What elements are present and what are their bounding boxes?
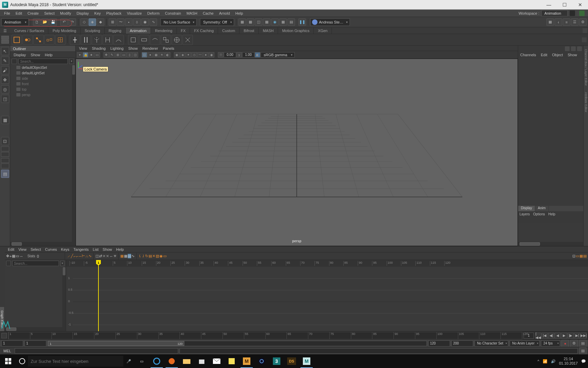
ge-search-options-icon[interactable]: ▾ (60, 261, 64, 266)
range-start-input[interactable]: 1 (1, 340, 23, 347)
ge-isolate-icon[interactable]: ◉ (159, 254, 163, 258)
cb-icon-3[interactable] (577, 46, 582, 51)
ge-tan-spline-icon[interactable]: ⟋ (67, 254, 71, 258)
menu-constrain[interactable]: Constrain (162, 11, 184, 16)
vp-motion-blur-icon[interactable]: 〰 (197, 52, 203, 58)
rotate-tool[interactable]: ◎ (1, 85, 9, 93)
range-thumb[interactable]: 1 120 (48, 341, 184, 346)
ge-tan-stepped-icon[interactable]: ⌐ (76, 254, 78, 258)
cb-icon-1[interactable] (565, 46, 570, 51)
undo-icon[interactable]: ↶ (60, 18, 68, 26)
ge-region-icon[interactable]: ▭ (16, 254, 19, 258)
symmetry-selector[interactable]: Symmetry: Off (200, 18, 234, 26)
menu-deform[interactable]: Deform (144, 11, 162, 16)
vp-color-mgmt-icon[interactable]: ◧ (255, 52, 260, 58)
range-inner-start-input[interactable]: 1 (25, 340, 46, 347)
render-frame-icon[interactable]: ▦ (238, 18, 246, 26)
paint-tool[interactable]: 🖌 (1, 66, 9, 74)
layout-single-icon[interactable] (1, 147, 9, 151)
ge-stats-input[interactable]: 0 (37, 254, 39, 258)
shelf-item-constrain2[interactable] (139, 35, 149, 45)
shelf-edit-icon[interactable] (1, 36, 9, 40)
ge-move-key-icon[interactable]: ✥ (6, 254, 9, 258)
account-menu[interactable]: Andreas Ste… (310, 18, 350, 26)
layout-two-icon[interactable] (1, 152, 9, 157)
tray-clock[interactable]: 21:14 01.10.2017 (559, 357, 578, 366)
outliner-search-input[interactable] (18, 59, 68, 64)
vp-xray-icon[interactable]: ◈ (180, 52, 185, 58)
vp-isolate-icon[interactable]: ◉ (174, 52, 180, 58)
ge-menu-tangents[interactable]: Tangents (72, 247, 91, 252)
prefs-icon[interactable]: ⚙ (570, 340, 578, 347)
shelf-item-ik4[interactable] (103, 35, 113, 45)
frame-all-icon[interactable]: ⊡ (1, 137, 9, 145)
ge-retime-icon[interactable]: ↔ (19, 254, 23, 258)
step-back-key-icon[interactable]: |◀ (542, 333, 548, 339)
ge-tan-flat-icon[interactable]: ─ (79, 254, 81, 258)
shelf-item-setkey[interactable] (12, 35, 22, 45)
range-track[interactable]: 1 120 (48, 341, 427, 346)
ge-tan-clamped-icon[interactable]: ⌐ (74, 254, 76, 258)
ge-tmpl-icon[interactable]: ▧ (156, 254, 159, 258)
ge-break-icon[interactable]: ⤫ (103, 254, 106, 258)
ge-menu-keys[interactable]: Keys (59, 247, 71, 252)
shelf-tab-fx[interactable]: FX (177, 28, 190, 34)
outliner-tree[interactable]: defaultObjectSetdefaultLightSetsidefront… (10, 65, 75, 242)
ge-bake-icon[interactable]: ▤ (149, 254, 152, 258)
ge-buffer-icon[interactable]: ◫ (95, 254, 99, 258)
ge-menu-select[interactable]: Select (29, 247, 43, 252)
shelf-tab-mash[interactable]: MASH (259, 28, 278, 34)
ge-menu-list[interactable]: List (91, 247, 100, 252)
viewport-menu-panels[interactable]: Panels (161, 46, 176, 50)
select-by-hierarchy-icon[interactable]: ◆ (97, 18, 104, 26)
snap-curve-icon[interactable]: 〜 (117, 18, 124, 26)
workspace-selector[interactable]: Animation (541, 10, 568, 16)
vp-resgate-icon[interactable]: ▯ (127, 52, 132, 58)
layer-menu-options[interactable]: Options (533, 212, 545, 216)
select-by-component-icon[interactable]: ◈ (89, 18, 96, 26)
ge-pre-inf-icon[interactable]: ⤹ (138, 254, 141, 258)
viewport-menu-renderer[interactable]: Renderer (140, 46, 160, 50)
step-forward-frame-icon[interactable]: |▶ (568, 333, 574, 339)
ge-search-input[interactable] (12, 261, 59, 266)
side-tab-channel-box[interactable]: Channel Box / Layer Editor (584, 47, 588, 88)
shelf-item-flow[interactable] (44, 35, 55, 45)
select-by-object-icon[interactable]: ◇ (80, 18, 88, 26)
vp-xray-joints-icon[interactable]: ✦ (186, 52, 191, 58)
menu-mash[interactable]: MASH (184, 11, 200, 16)
ge-normalize-icon[interactable]: ▦ (120, 254, 124, 258)
character-set-selector[interactable]: No Character Set (475, 340, 508, 347)
taskbar-app-3-icon[interactable]: 3 (269, 354, 284, 368)
go-to-start-icon[interactable]: |◀◀ (535, 333, 541, 339)
ge-free-len-icon[interactable]: ↔ (109, 254, 113, 258)
taskbar-firefox-icon[interactable] (164, 354, 179, 368)
vp-wireframe-icon[interactable]: ⊡ (142, 52, 147, 58)
autokeyframe-icon[interactable]: ● (561, 340, 569, 347)
render-region-icon[interactable]: ◫ (255, 18, 262, 26)
tray-notifications-icon[interactable]: 💬 (581, 359, 586, 364)
start-button[interactable] (0, 354, 16, 368)
outliner-filter-icon[interactable] (12, 59, 17, 64)
ge-filter-icon[interactable] (6, 261, 11, 266)
ge-post-inf-icon[interactable]: ⤸ (142, 254, 145, 258)
vp-bookmark-icon[interactable]: ★ (89, 52, 94, 58)
layout-persp-icon[interactable] (1, 164, 9, 168)
vp-lights-icon[interactable]: ☀ (159, 52, 165, 58)
ge-menu-view[interactable]: View (17, 247, 28, 252)
shelf-item-ghost[interactable] (22, 35, 33, 45)
shelf-tab-bifrost[interactable]: Bifrost (239, 28, 259, 34)
snap-point-icon[interactable]: • (125, 18, 133, 26)
layer-menu-layers[interactable]: Layers (520, 212, 530, 216)
cb-menu-edit[interactable]: Edit (541, 53, 547, 57)
vp-exposure-input[interactable]: 0.00 (224, 52, 236, 58)
shelf-item-constrain6[interactable] (183, 35, 193, 45)
ge-menu-curves[interactable]: Curves (43, 247, 59, 252)
shelf-item-ik2[interactable] (81, 35, 91, 45)
shelf-tab-fx-caching[interactable]: FX Caching (190, 28, 218, 34)
menu-arnold[interactable]: Arnold (216, 11, 233, 16)
ge-outliner-hscroll[interactable] (5, 327, 66, 331)
shelf-tab-animation[interactable]: Animation (126, 28, 151, 34)
tray-network-icon[interactable]: 📶 (543, 359, 547, 364)
shelf-item-ik[interactable] (70, 35, 80, 45)
menu-cache[interactable]: Cache (200, 11, 216, 16)
